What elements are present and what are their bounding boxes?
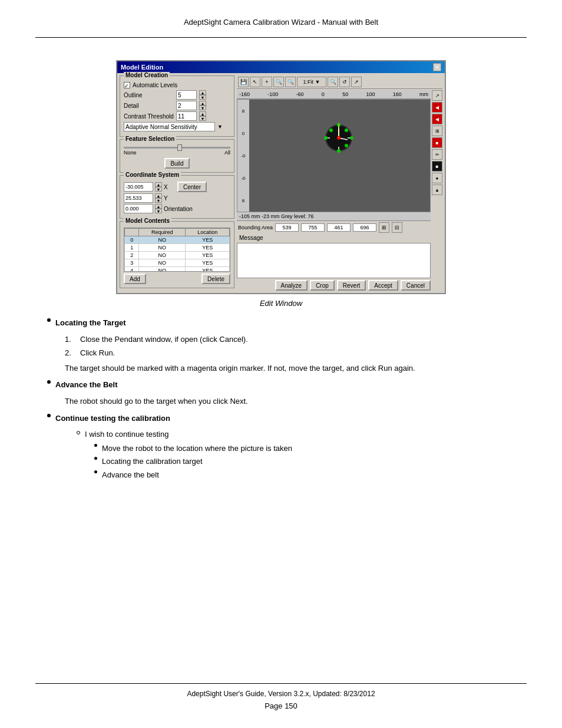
bounding-area: Bounding Area ⊞ ⊟ <box>237 221 431 234</box>
toolbar-zoom-dropdown[interactable]: 1:Fit ▼ <box>297 77 326 87</box>
contrast-spin-up[interactable]: ▲ <box>199 111 206 116</box>
coord-system-label: Coordinate System <box>124 172 181 178</box>
model-table: Required Location 0NOYES 1NOYES 2NOYES 3… <box>124 228 230 272</box>
auto-levels-checkbox[interactable] <box>124 82 130 88</box>
build-button-container: Build <box>124 158 230 169</box>
x-spin[interactable]: ▲ ▼ <box>155 182 162 192</box>
action-buttons: Analyze Crop Revert Accept Cancel <box>237 280 431 291</box>
contrast-spin[interactable]: ▲ ▼ <box>199 111 206 121</box>
coordinate-system-group: Coordinate System ▲ ▼ X Center <box>120 175 234 219</box>
toolbar-floppy-icon[interactable]: 💾 <box>238 77 249 87</box>
right-tb-grid-icon[interactable]: ⊞ <box>432 126 442 136</box>
svg-point-12 <box>345 144 348 147</box>
right-tb-arrow-icon[interactable]: ↗ <box>432 90 442 101</box>
toolbar-refresh-icon[interactable]: ↺ <box>339 77 350 87</box>
outline-spin-up[interactable]: ▲ <box>199 90 206 95</box>
svg-point-8 <box>350 136 353 140</box>
feature-slider-container: None All <box>124 147 230 156</box>
table-row: 3NOYES <box>125 259 230 267</box>
image-viewport[interactable]: 8 0 -0 -0 8 <box>237 99 431 212</box>
detail-input[interactable] <box>176 101 197 110</box>
feature-slider-track[interactable] <box>124 147 230 149</box>
bounding-val-4[interactable] <box>353 223 376 232</box>
child-1-text: Move the robot to the location where the… <box>102 443 292 454</box>
outline-spin-down[interactable]: ▼ <box>199 95 206 100</box>
y-coord-input[interactable] <box>124 193 153 203</box>
section3-children: Move the robot to the location where the… <box>35 443 527 481</box>
y-spin[interactable]: ▲ ▼ <box>155 193 162 203</box>
accept-button[interactable]: Accept <box>368 280 398 291</box>
right-toolbar: ↗ ◀ ◀ ⊞ ■ ✏ ■ ● ▲ <box>432 90 442 291</box>
continue-testing-label: I wish to continue testing <box>85 429 168 440</box>
ruler-text7: 160 <box>393 91 402 97</box>
x-spin-down[interactable]: ▼ <box>155 187 162 192</box>
right-tb-circle-icon[interactable]: ● <box>432 173 442 183</box>
step-1-num: 1. <box>65 334 75 345</box>
orientation-input[interactable] <box>124 204 153 213</box>
ruler-text3: -60 <box>296 91 304 97</box>
crop-button[interactable]: Crop <box>310 280 335 291</box>
x-spin-up[interactable]: ▲ <box>155 182 162 187</box>
feature-slider-thumb[interactable] <box>177 144 182 151</box>
bounding-val-3[interactable] <box>327 223 351 232</box>
right-tb-red2-icon[interactable]: ◀ <box>432 114 442 124</box>
adaptive-dropdown-icon[interactable]: ▼ <box>217 124 223 130</box>
outline-input[interactable] <box>176 90 197 100</box>
page-number: Page 150 <box>0 701 562 710</box>
toolbar-zoom-in-icon[interactable]: 🔍 <box>273 77 284 87</box>
add-button[interactable]: Add <box>124 274 146 284</box>
right-tb-pencil-icon[interactable]: ✏ <box>432 149 442 160</box>
model-contents-group: Model Contents Required Location <box>120 221 234 288</box>
section1-steps: 1. Close the Pendant window, if open (cl… <box>35 334 527 359</box>
y-spin-down[interactable]: ▼ <box>155 198 162 203</box>
x-coord-input[interactable] <box>124 182 153 192</box>
toolbar-arrow-icon[interactable]: ↗ <box>351 77 362 87</box>
right-tb-triangle-icon[interactable]: ▲ <box>432 185 442 195</box>
table-row: 4NOYES <box>125 267 230 272</box>
y-spin-up[interactable]: ▲ <box>155 193 162 198</box>
toolbar-zoom-out-icon[interactable]: 🔍 <box>285 77 296 87</box>
revert-button[interactable]: Revert <box>337 280 366 291</box>
grid-icon[interactable]: ⊞ <box>379 222 389 233</box>
toolbar-plus-icon[interactable]: + <box>262 77 272 87</box>
step-2-text: Click Run. <box>80 347 115 359</box>
contrast-spin-down[interactable]: ▼ <box>199 116 206 121</box>
contrast-label: Contrast Threshold <box>124 113 174 120</box>
section3-bullet-marker <box>47 414 51 417</box>
detail-spin[interactable]: ▲ ▼ <box>199 101 206 110</box>
center-button[interactable]: Center <box>177 182 207 192</box>
page-header: AdeptSight Camera Calibration Wizard - M… <box>0 0 562 32</box>
detail-spin-down[interactable]: ▼ <box>199 106 206 110</box>
table-row: 2NOYES <box>125 252 230 259</box>
svg-point-10 <box>324 136 328 140</box>
step-1: 1. Close the Pendant window, if open (cl… <box>65 334 527 345</box>
y-label: Y <box>164 195 176 202</box>
delete-button[interactable]: Delete <box>201 274 230 284</box>
slider-all-label: All <box>224 150 230 156</box>
bounding-val-1[interactable] <box>275 223 299 232</box>
right-tb-black-icon[interactable]: ■ <box>432 161 442 172</box>
child-2-dot <box>94 457 97 460</box>
orientation-spin[interactable]: ▲ ▼ <box>155 204 162 213</box>
contrast-input[interactable] <box>176 111 197 121</box>
cancel-button[interactable]: Cancel <box>401 280 431 291</box>
grid-icon-2[interactable]: ⊟ <box>392 222 402 233</box>
toolbar-cursor-icon[interactable]: ↖ <box>250 77 260 87</box>
window-close-button[interactable]: × <box>433 63 441 71</box>
outline-spin[interactable]: ▲ ▼ <box>199 90 206 100</box>
orientation-spin-up[interactable]: ▲ <box>155 204 162 209</box>
detail-spin-up[interactable]: ▲ <box>199 101 206 106</box>
left-panel: Model Creation Automatic Levels Outline … <box>120 75 234 291</box>
toolbar-search-icon[interactable]: 🔍 <box>328 77 338 87</box>
analyze-button[interactable]: Analyze <box>275 280 308 291</box>
right-tb-red1-icon[interactable]: ◀ <box>432 102 442 113</box>
orientation-spin-down[interactable]: ▼ <box>155 209 162 213</box>
right-tb-red3-icon[interactable]: ■ <box>432 137 442 148</box>
adaptive-input[interactable] <box>124 122 215 131</box>
footer-guide-text: AdeptSight User's Guide, Version 3.2.x, … <box>0 690 562 698</box>
build-button[interactable]: Build <box>164 158 189 169</box>
continue-testing-item: I wish to continue testing <box>77 429 527 440</box>
message-area <box>237 243 431 278</box>
bounding-val-2[interactable] <box>301 223 325 232</box>
doc-content: Locating the Target 1. Close the Pendant… <box>35 317 527 480</box>
